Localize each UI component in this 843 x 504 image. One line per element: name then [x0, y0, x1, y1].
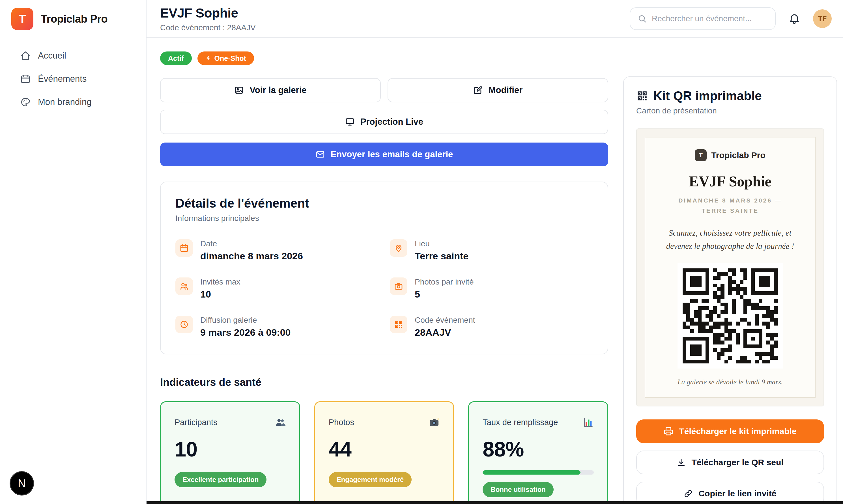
print-brand-row: T Tropiclab Pro [652, 149, 808, 161]
main-content: Actif One-Shot Voir la galerie [146, 38, 843, 504]
detail-item-date: Date dimanche 8 mars 2026 [175, 239, 378, 262]
detail-label: Photos par invité [415, 277, 474, 287]
sidebar-item-label: Mon branding [38, 97, 92, 107]
print-tagline: Scannez, choisissez votre pellicule, et … [652, 226, 808, 253]
page: T Tropiclab Pro Accueil Événements Mon [0, 0, 843, 504]
detail-label: Lieu [415, 239, 468, 248]
header-titles: EVJF Sophie Code événement : 28AAJV [160, 5, 256, 32]
health-section-title: Indicateurs de santé [160, 376, 608, 388]
status-badges: Actif One-Shot [160, 52, 608, 65]
link-icon [684, 489, 693, 498]
photos-badge: Engagement modéré [329, 472, 412, 487]
envelope-icon [316, 150, 325, 159]
bottom-edge-strip [146, 501, 843, 504]
send-gallery-emails-label: Envoyer les emails de galerie [331, 149, 453, 160]
qr-code-image [678, 263, 783, 368]
view-gallery-label: Voir la galerie [250, 85, 306, 95]
download-kit-label: Télécharger le kit imprimable [679, 427, 796, 436]
lightning-bolt-icon [205, 55, 212, 61]
print-card: T Tropiclab Pro EVJF Sophie DIMANCHE 8 M… [645, 137, 815, 398]
download-kit-button[interactable]: Télécharger le kit imprimable [636, 419, 824, 443]
sidebar-item-evenements[interactable]: Événements [0, 69, 146, 89]
copy-invite-link-button[interactable]: Copier le lien invité [636, 482, 824, 504]
bar-chart-emoji-icon [583, 417, 594, 428]
edit-icon [473, 85, 483, 95]
clock-icon [175, 316, 193, 333]
monitor-icon [345, 117, 355, 127]
qr-kit-card: Kit QR imprimable Carton de présentation… [623, 76, 837, 504]
sidebar-item-label: Événements [38, 74, 87, 84]
calendar-icon [175, 239, 193, 257]
detail-value: 5 [415, 289, 474, 300]
participants-label: Participants [175, 418, 217, 427]
details-grid: Date dimanche 8 mars 2026 Lieu Terre sai… [175, 239, 593, 338]
camera-emoji-icon [429, 417, 440, 428]
event-code-subtitle: Code événement : 28AAJV [160, 23, 256, 32]
search-input[interactable] [652, 14, 768, 23]
edit-button[interactable]: Modifier [388, 78, 608, 102]
detail-value: Terre sainte [415, 251, 468, 262]
home-icon [20, 51, 31, 61]
print-footer: La galerie se dévoile le lundi 9 mars. [652, 378, 808, 386]
dev-overlay-badge[interactable]: N [10, 471, 34, 496]
print-brand-logo: T [695, 149, 707, 161]
sidebar-item-accueil[interactable]: Accueil [0, 46, 146, 66]
sidebar: T Tropiclab Pro Accueil Événements Mon [0, 0, 146, 504]
download-qr-button[interactable]: Télécharger le QR seul [636, 451, 824, 474]
users-emoji-icon [275, 417, 286, 428]
participants-card: Participants 10 Excellente participation [160, 401, 300, 504]
notifications-button[interactable] [788, 12, 801, 25]
page-title: EVJF Sophie [160, 5, 256, 21]
fill-rate-label: Taux de remplissage [483, 418, 558, 427]
camera-icon [390, 277, 407, 295]
download-icon [677, 458, 686, 467]
printer-icon [664, 427, 673, 436]
search-icon [638, 14, 647, 23]
event-details-card: Détails de l'événement Informations prin… [160, 182, 608, 354]
copy-invite-link-label: Copier le lien invité [698, 489, 776, 498]
photos-card: Photos 44 Engagement modéré [314, 401, 454, 504]
projection-live-label: Projection Live [360, 117, 423, 127]
type-badge: One-Shot [197, 52, 254, 65]
detail-item-diffusion: Diffusion galerie 9 mars 2026 à 09:00 [175, 316, 378, 338]
fill-rate-value: 88% [483, 437, 594, 461]
print-brand-name: Tropiclab Pro [711, 150, 766, 160]
edit-label: Modifier [488, 85, 523, 95]
print-card-preview: T Tropiclab Pro EVJF Sophie DIMANCHE 8 M… [636, 128, 824, 407]
detail-value: dimanche 8 mars 2026 [200, 251, 303, 262]
view-gallery-button[interactable]: Voir la galerie [160, 78, 381, 102]
qr-kit-subtitle: Carton de présentation [636, 106, 824, 115]
event-column: Actif One-Shot Voir la galerie [160, 52, 608, 504]
qr-kit-title: Kit QR imprimable [653, 89, 762, 103]
fill-rate-badge: Bonne utilisation [483, 482, 554, 497]
detail-value: 9 mars 2026 à 09:00 [200, 327, 290, 338]
detail-label: Code événement [415, 316, 475, 325]
avatar[interactable]: TF [813, 9, 832, 28]
photos-label: Photos [329, 418, 354, 427]
health-cards: Participants 10 Excellente participation… [160, 401, 608, 504]
bell-icon [788, 12, 801, 24]
detail-label: Invités max [200, 277, 240, 287]
participants-value: 10 [175, 437, 286, 461]
sidebar-item-label: Accueil [38, 51, 66, 61]
qr-kit-title-row: Kit QR imprimable [636, 89, 824, 103]
detail-value: 28AAJV [415, 327, 475, 338]
projection-live-button[interactable]: Projection Live [160, 110, 608, 134]
qr-kit-column: Kit QR imprimable Carton de présentation… [623, 52, 837, 504]
detail-item-code: Code événement 28AAJV [390, 316, 593, 338]
print-date-line: DIMANCHE 8 MARS 2026 — TERRE SAINTE [652, 195, 808, 216]
type-badge-label: One-Shot [214, 54, 246, 62]
search-bar [630, 7, 776, 30]
app-logo: T [11, 8, 33, 30]
app-name: Tropiclab Pro [41, 13, 107, 25]
sidebar-item-branding[interactable]: Mon branding [0, 92, 146, 112]
print-event-title: EVJF Sophie [652, 173, 808, 190]
header-actions: TF [630, 7, 832, 30]
map-pin-icon [390, 239, 407, 257]
send-gallery-emails-button[interactable]: Envoyer les emails de galerie [160, 143, 608, 166]
photos-value: 44 [329, 437, 440, 461]
fill-rate-card: Taux de remplissage 88% Bonne utilisatio… [468, 401, 608, 504]
palette-icon [20, 97, 31, 107]
users-icon [175, 277, 193, 295]
details-subtitle: Informations principales [175, 214, 593, 223]
